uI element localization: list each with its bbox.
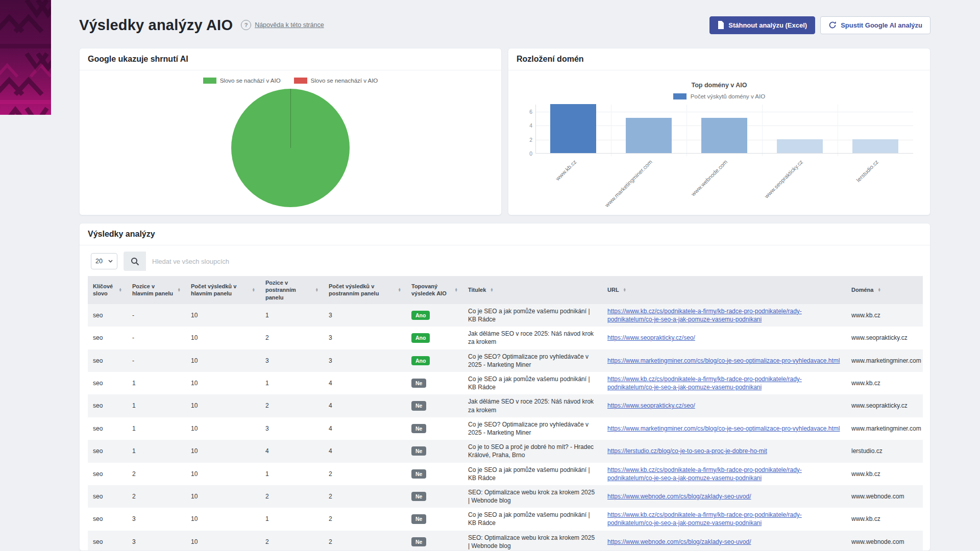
table-row: seo-1013AnoCo je SEO a jak pomůže vašemu… [88, 304, 923, 327]
result-url-link[interactable]: https://www.kb.cz/cs/podnikatele-a-firmy… [607, 466, 802, 482]
cell-aio-top: Ne [406, 372, 463, 394]
cell-keyword: seo [88, 417, 127, 440]
column-header-label: Počet výsledků v postranním panelu [329, 283, 394, 297]
aio-badge: Ano [411, 333, 430, 342]
bar-legend[interactable]: Počet výskytů domény v AIO [508, 93, 930, 99]
cell-domain: lerstudio.cz [846, 440, 923, 462]
cell-main-count: 10 [186, 508, 260, 530]
results-table: Klíčové slovo▲▼Pozice v hlavním panelu▲▼… [88, 276, 923, 551]
column-header-1[interactable]: Klíčové slovo▲▼ [88, 276, 127, 304]
column-header-7[interactable]: Titulek▲▼ [463, 276, 602, 304]
aio-badge: Ano [411, 311, 430, 320]
sort-icon[interactable]: ▲▼ [178, 288, 181, 293]
column-header-4[interactable]: Pozice v postranním panelu▲▼ [260, 276, 324, 304]
help-icon: ? [241, 20, 251, 30]
cell-title: Co je SEO? Optimalizace pro vyhledávače … [463, 349, 602, 372]
column-header-5[interactable]: Počet výsledků v postranním panelu▲▼ [324, 276, 406, 304]
column-header-2[interactable]: Pozice v hlavním panelu▲▼ [127, 276, 186, 304]
column-header-label: Titulek [468, 286, 486, 293]
cell-aio-top: Ne [406, 463, 463, 485]
result-url-link[interactable]: https://www.kb.cz/cs/podnikatele-a-firmy… [607, 375, 802, 391]
sort-icon[interactable]: ▲▼ [490, 288, 493, 293]
result-url-link[interactable]: https://www.kb.cz/cs/podnikatele-a-firmy… [607, 511, 802, 527]
cell-aio-top: Ne [406, 440, 463, 462]
sort-icon[interactable]: ▲▼ [623, 288, 626, 293]
y-axis-tick: 4 [521, 122, 532, 129]
result-url-link[interactable]: https://www.marketingminer.com/cs/blog/c… [607, 425, 840, 432]
cell-side-position: 3 [260, 349, 324, 372]
result-url-link[interactable]: https://www.marketingminer.com/cs/blog/c… [607, 357, 840, 364]
result-url-link[interactable]: https://www.webnode.com/cs/blog/zaklady-… [607, 493, 751, 500]
bar-chart[interactable]: 0246www.kb.czwww.marketingminer.comwww.w… [535, 105, 913, 154]
cell-aio-top: Ano [406, 327, 463, 349]
sort-icon[interactable]: ▲▼ [455, 288, 458, 293]
table-row: seo21022NeSEO: Optimalizace webu krok za… [88, 485, 923, 508]
cell-side-position: 1 [260, 372, 324, 394]
pie-legend-item-found[interactable]: Slovo se nachází v AIO [203, 78, 281, 84]
cell-main-position: - [127, 304, 186, 327]
cell-url: https://www.kb.cz/cs/podnikatele-a-firmy… [602, 463, 846, 485]
page-header: Výsledky analýzy AIO ? Nápověda k této s… [79, 13, 930, 37]
search-box [124, 252, 919, 271]
cell-keyword: seo [88, 372, 127, 394]
sort-icon[interactable]: ▲▼ [119, 288, 122, 293]
bar-lerstudio.cz[interactable] [852, 139, 898, 153]
cell-keyword: seo [88, 485, 127, 508]
ai-summary-card: Google ukazuje shrnutí AI Slovo se nachá… [79, 48, 502, 215]
aio-badge: Ne [411, 401, 426, 410]
cell-side-count: 4 [324, 440, 406, 462]
cell-main-count: 10 [186, 394, 260, 417]
bar-www.marketingminer.com[interactable] [626, 118, 672, 153]
aio-badge: Ne [411, 514, 426, 523]
run-google-ai-button[interactable]: Spustit Google AI analýzu [820, 16, 930, 34]
sort-icon[interactable]: ▲▼ [877, 288, 880, 293]
cell-side-count: 2 [324, 463, 406, 485]
cell-url: https://www.webnode.com/cs/blog/zaklady-… [602, 485, 846, 508]
cell-url: https://www.seoprakticky.cz/seo/ [602, 327, 846, 349]
download-excel-button[interactable]: Stáhnout analýzu (Excel) [709, 16, 815, 34]
pie-chart[interactable] [231, 89, 350, 207]
cell-main-position: 3 [127, 531, 186, 551]
brand-pattern [0, 0, 51, 115]
search-input[interactable] [146, 252, 919, 271]
cell-side-count: 2 [324, 508, 406, 530]
file-icon [718, 21, 724, 29]
result-url-link[interactable]: https://www.kb.cz/cs/podnikatele-a-firmy… [607, 308, 802, 323]
page-size-select[interactable]: 20 [91, 253, 117, 269]
column-header-label: Počet výsledků v hlavním panelu [191, 283, 248, 297]
column-header-9[interactable]: Doména▲▼ [846, 276, 923, 304]
cell-aio-top: Ne [406, 531, 463, 551]
column-header-8[interactable]: URL▲▼ [602, 276, 846, 304]
cell-title: Co je SEO a jak pomůže vašemu podnikání … [463, 508, 602, 530]
result-url-link[interactable]: https://www.seoprakticky.cz/seo/ [607, 402, 695, 409]
cell-main-position: - [127, 327, 186, 349]
cell-side-position: 2 [260, 394, 324, 417]
table-row: seo-1023AnoJak děláme SEO v roce 2025: N… [88, 327, 923, 349]
blue-swatch [673, 93, 687, 99]
column-header-label: Pozice v postranním panelu [265, 279, 311, 301]
sort-icon[interactable]: ▲▼ [252, 288, 255, 293]
column-header-6[interactable]: Topovaný výsledek AIO▲▼ [406, 276, 463, 304]
cell-title: Jak děláme SEO v roce 2025: Náš návod kr… [463, 394, 602, 417]
bar-www.seoprakticky.cz[interactable] [777, 139, 823, 153]
sort-icon[interactable]: ▲▼ [398, 288, 401, 293]
cell-keyword: seo [88, 508, 127, 530]
cell-aio-top: Ne [406, 508, 463, 530]
result-url-link[interactable]: https://lerstudio.cz/blog/co-je-to-seo-a… [607, 447, 767, 455]
cell-domain: www.kb.cz [846, 508, 923, 530]
column-header-label: Pozice v hlavním panelu [132, 283, 174, 297]
table-row: seo-1033AnoCo je SEO? Optimalizace pro v… [88, 349, 923, 372]
pie-legend-item-not-found[interactable]: Slovo se nenachází v AIO [294, 78, 378, 84]
result-url-link[interactable]: https://www.seoprakticky.cz/seo/ [607, 334, 695, 341]
sort-icon[interactable]: ▲▼ [315, 288, 318, 293]
column-header-3[interactable]: Počet výsledků v hlavním panelu▲▼ [186, 276, 260, 304]
bar-www.kb.cz[interactable] [550, 104, 596, 153]
cell-side-count: 3 [324, 349, 406, 372]
result-url-link[interactable]: https://www.webnode.com/cs/blog/zaklady-… [607, 538, 751, 545]
column-header-label: Topovaný výsledek AIO [411, 283, 451, 297]
aio-badge: Ne [411, 492, 426, 501]
header-actions: Stáhnout analýzu (Excel) Spustit Google … [709, 16, 930, 34]
help-link-label[interactable]: Nápověda k této stránce [255, 21, 324, 29]
bar-www.webnode.com[interactable] [701, 118, 747, 153]
help-link[interactable]: ? Nápověda k této stránce [241, 20, 324, 30]
